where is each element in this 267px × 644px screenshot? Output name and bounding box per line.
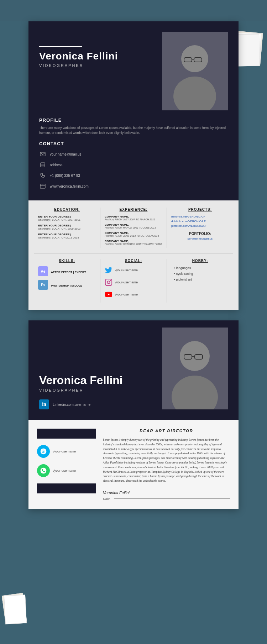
- edu-sub-3: University | LOCATION 2013-2014: [38, 236, 96, 239]
- exp-detail-3: Position, FROM JUNE 2013 TO OCTOBER 2015: [105, 235, 162, 237]
- resume-title: VIDEOGRAPHER: [39, 63, 162, 68]
- portfolio-link[interactable]: portfolio.net/rasmus: [171, 237, 229, 240]
- resume-card-2: Veronica Fellini VIDEOGRAPHER in Linkedi…: [28, 320, 239, 509]
- experience-column: EXPERIENCE: COMPANY NAME, Position, FROM…: [100, 208, 167, 248]
- project-link-1[interactable]: behonce.net/VERONICA.F: [171, 215, 229, 218]
- card2-linkedin: in Linkedin.com.username: [39, 399, 162, 409]
- page-background: Veronica Fellini VIDEOGRAPHER: [0, 21, 267, 644]
- twitter-icon: [105, 266, 112, 274]
- contact-address-text: address: [50, 163, 63, 167]
- cover-body-text: Lorem Ipsum is simply dummy text of the …: [103, 438, 230, 483]
- hobby-column: HOBBY: languages cycle racing pictorial …: [167, 259, 233, 303]
- header-section: Veronica Fellini VIDEOGRAPHER: [28, 21, 239, 117]
- cover-left: /your-username /your-username: [37, 429, 96, 501]
- header-divider: [39, 46, 82, 47]
- resume-name: Veronica Fellini: [39, 51, 162, 62]
- dear-title: DEAR ART DIRECTOR: [103, 429, 230, 433]
- date-line: [114, 498, 230, 499]
- social-instagram-item: /your-username: [105, 278, 162, 286]
- projects-title: PROJECTS:: [171, 208, 229, 211]
- svg-rect-13: [105, 279, 112, 286]
- edu-sub-1: University | LOCATION , 2007-2011: [38, 218, 96, 221]
- edu-degree-2: ENTER YOUR DEGREE |: [38, 224, 96, 227]
- youtube-icon: [105, 290, 112, 298]
- edu-degree-3: ENTER YOUR DEGREE |: [38, 233, 96, 236]
- svg-rect-6: [40, 152, 45, 156]
- profile-section: PROFILE There are many variations of pas…: [28, 117, 239, 200]
- experience-title: EXPERIENCE:: [105, 208, 162, 211]
- linkedin-text: Linkedin.com.username: [53, 403, 90, 407]
- exp-detail-2: Position, FROM MARCH 2011 TO JUNE 2013: [105, 226, 162, 229]
- home-icon: [39, 161, 46, 168]
- cover-whatsapp-item: /your-username: [37, 464, 96, 477]
- profile-text: There are many variations of passages of…: [39, 126, 228, 135]
- skill-ae-name: AFTER EFFECT | EXPERT: [51, 271, 86, 274]
- cover-whatsapp-handle: /your-username: [53, 469, 76, 472]
- portfolio-title: PORTFOLIO:: [171, 232, 229, 236]
- skills-title: SKILLS:: [38, 259, 96, 263]
- photo-placeholder: [162, 32, 228, 110]
- cover-date-label: Date.: [103, 497, 111, 501]
- cover-skype-handle: /your-username: [53, 450, 76, 453]
- exp-item-2: COMPANY NAME, Position, FROM MARCH 2011 …: [105, 223, 162, 229]
- exp-company-2: COMPANY NAME,: [105, 223, 162, 226]
- project-link-3[interactable]: pinterest.com/VERONICA.F: [171, 224, 229, 227]
- cover-skype-item: /your-username: [37, 445, 96, 458]
- email-icon: [39, 151, 46, 158]
- social-title: SOCIAL:: [105, 259, 162, 263]
- social-twitter-item: /your-username: [105, 266, 162, 274]
- resume-card-1: Veronica Fellini VIDEOGRAPHER: [28, 21, 239, 310]
- cover-bar-top: [37, 429, 96, 439]
- contact-label: CONTACT: [39, 141, 228, 146]
- social-twitter-handle: /your-username: [115, 268, 138, 272]
- contact-email-text: your.name@mail.us: [50, 152, 82, 156]
- social-youtube-item: /your-username: [105, 290, 162, 298]
- skill-ps-text: PHOTOSHOP | MIDDLE: [51, 282, 82, 288]
- web-icon: [39, 183, 46, 190]
- contact-email-item: your.name@mail.us: [39, 151, 228, 158]
- exp-company-3: COMPANY NAME,: [105, 231, 162, 235]
- exp-company-1: COMPANY NAME,: [105, 215, 162, 218]
- skill-ae-text: AFTER EFFECT | EXPERT: [51, 268, 86, 274]
- svg-point-14: [107, 281, 110, 283]
- education-list: ENTER YOUR DEGREE | University | LOCATIO…: [38, 215, 96, 239]
- svg-point-15: [110, 281, 111, 281]
- education-title: EDUCATION:: [38, 208, 96, 211]
- skill-ps-item: Ps PHOTOSHOP | MIDDLE: [38, 280, 96, 290]
- card2-name: Veronica Fellini: [39, 374, 162, 387]
- profile-label: PROFILE: [39, 117, 228, 123]
- phone-icon: [39, 172, 46, 179]
- svg-rect-10: [40, 184, 45, 188]
- header-photo: [162, 32, 228, 110]
- ae-icon: Ae: [38, 266, 48, 276]
- three-col-layout: EDUCATION: ENTER YOUR DEGREE | Universit…: [34, 208, 233, 248]
- decorative-papers-bl: [4, 594, 25, 623]
- cover-section: /your-username /your-username DEAR ART D…: [28, 420, 239, 509]
- cover-bar-bottom: [37, 483, 96, 493]
- skill-ae-item: Ae AFTER EFFECT | EXPERT: [38, 266, 96, 276]
- whatsapp-icon: [37, 464, 50, 477]
- contact-address-item: address: [39, 161, 228, 168]
- hobby-item-1: languages: [171, 266, 229, 270]
- exp-detail-1: Position, FROM JULY 2007 TO MARCH 2011: [105, 218, 162, 221]
- edu-degree-1: ENTER YOUR DEGREE |: [38, 215, 96, 218]
- projects-column: PROJECTS: behonce.net/VERONICA.F dribbbl…: [167, 208, 233, 248]
- project-link-2[interactable]: dribbble.com/VERONICA.F: [171, 220, 229, 223]
- header-left: Veronica Fellini VIDEOGRAPHER: [39, 32, 162, 68]
- education-column: EDUCATION: ENTER YOUR DEGREE | Universit…: [34, 208, 100, 248]
- card2-photo: [162, 328, 228, 409]
- experience-list: COMPANY NAME, Position, FROM JULY 2007 T…: [105, 215, 162, 245]
- linkedin-icon: in: [39, 399, 49, 409]
- card2-header: Veronica Fellini VIDEOGRAPHER in Linkedi…: [28, 320, 239, 420]
- instagram-icon: [105, 278, 112, 286]
- contact-web-text: www.veronica.fellini.com: [50, 184, 89, 188]
- bottom-section: EDUCATION: ENTER YOUR DEGREE | Universit…: [28, 200, 239, 310]
- contact-web-item: www.veronica.fellini.com: [39, 183, 228, 190]
- skills-social-hobby-row: SKILLS: Ae AFTER EFFECT | EXPERT Ps PHOT…: [34, 253, 233, 303]
- social-youtube-handle: /your-username: [115, 293, 138, 296]
- hobby-item-2: cycle racing: [171, 272, 229, 276]
- edu-sub-2: University | LOCATION , 2009-2013: [38, 227, 96, 230]
- exp-item-1: COMPANY NAME, Position, FROM JULY 2007 T…: [105, 215, 162, 221]
- exp-detail-4: Position, FROM OCTOBER 2015 TO MARCH 201…: [105, 243, 162, 245]
- svg-point-12: [42, 184, 43, 184]
